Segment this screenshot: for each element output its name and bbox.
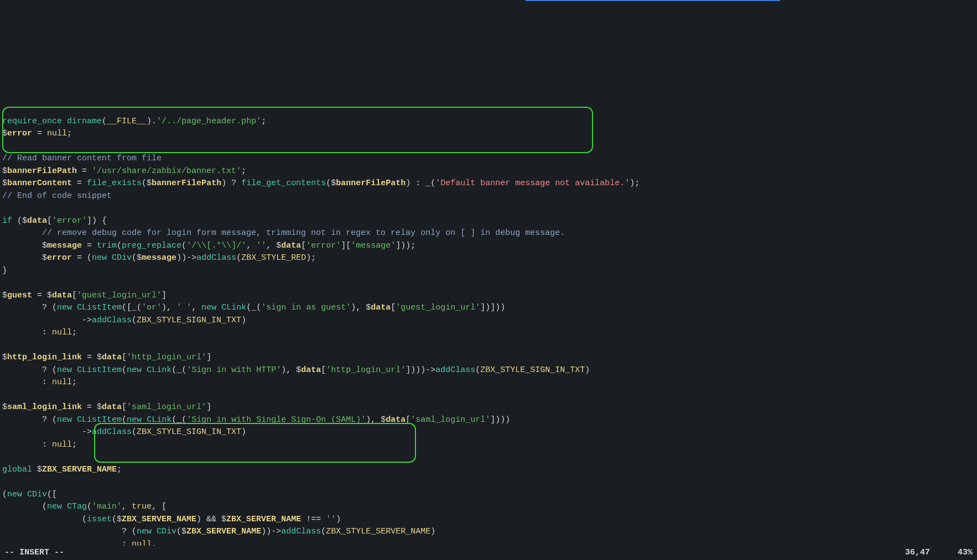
code-line: $http_login_link = $data['http_login_url…	[2, 353, 211, 362]
code-line: if ($data['error']) {	[2, 216, 107, 226]
code-line: ? (new CListItem([_('or'), ' ', new CLin…	[2, 303, 505, 312]
code-line: $bannerFilePath = '/usr/share/zabbix/ban…	[2, 166, 246, 176]
code-editor[interactable]: require_once dirname(__FILE__).'/../page…	[2, 78, 977, 560]
code-line: require_once dirname(__FILE__).'/../page…	[2, 117, 266, 126]
code-line: // remove debug code for login form mess…	[2, 228, 565, 238]
code-line: $message = trim(preg_replace('/\\[.*\\]/…	[2, 241, 415, 250]
tab-indicator	[526, 0, 780, 1]
cursor-position: 36,47	[905, 547, 930, 559]
code-line: global $ZBX_SERVER_NAME;	[2, 465, 122, 474]
code-line: : null;	[2, 440, 77, 449]
code-line: ? (new CDiv($ZBX_SERVER_NAME))->addClass…	[2, 527, 435, 536]
code-line: (new CDiv([	[2, 490, 57, 499]
code-line: $saml_login_link = $data['saml_login_url…	[2, 402, 211, 412]
highlight-box-banner-read	[2, 107, 593, 153]
status-bar: -- INSERT -- 36,47 43%	[0, 546, 977, 561]
code-line: $bannerContent = file_exists($bannerFile…	[2, 179, 640, 188]
code-line: // Read banner content from file	[2, 154, 162, 163]
code-line: $error = null;	[2, 129, 72, 138]
editor-mode: -- INSERT --	[4, 547, 64, 559]
scroll-percent: 43%	[958, 547, 973, 559]
code-line: $error = (new CDiv($message))->addClass(…	[2, 253, 316, 263]
code-line: }	[2, 266, 7, 275]
code-line: (new CTag('main', true, [	[2, 502, 167, 511]
code-line: (isset($ZBX_SERVER_NAME) && $ZBX_SERVER_…	[2, 515, 341, 524]
code-line: ->addClass(ZBX_STYLE_SIGN_IN_TXT)	[2, 316, 246, 325]
code-line: : null;	[2, 378, 77, 387]
code-line: ->addClass(ZBX_STYLE_SIGN_IN_TXT)	[2, 427, 246, 437]
code-line: ? (new CListItem(new CLink(_('Sign in wi…	[2, 415, 510, 425]
code-line: // End of code snippet	[2, 191, 112, 201]
code-line: ? (new CListItem(new CLink(_('Sign in wi…	[2, 365, 590, 375]
code-line: $guest = $data['guest_login_url']	[2, 291, 167, 300]
code-line: : null;	[2, 328, 77, 337]
